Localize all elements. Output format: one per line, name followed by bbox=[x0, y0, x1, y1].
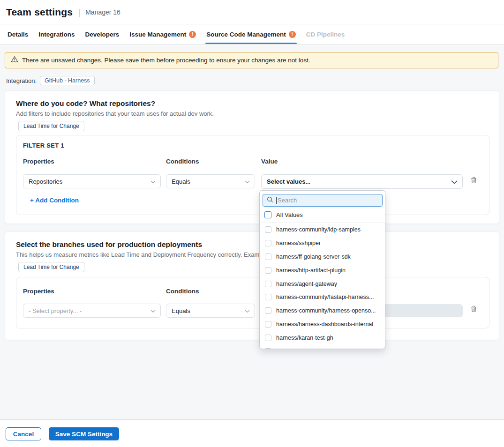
item-checkbox[interactable] bbox=[265, 267, 271, 274]
dropdown-item[interactable]: harness-community/harness-openso... bbox=[260, 304, 385, 318]
trash-icon bbox=[470, 305, 477, 314]
delete-condition-button[interactable] bbox=[469, 305, 478, 314]
lead-time-chip: Lead Time for Change bbox=[18, 262, 84, 272]
tab-source-code-management-label: Source Code Management bbox=[206, 31, 286, 38]
branches-card: Select the branches used for production … bbox=[5, 231, 499, 340]
lead-time-chip: Lead Time for Change bbox=[18, 121, 84, 131]
conditions-select-value: Equals bbox=[172, 178, 190, 185]
tab-cd-pipelines-label: CD Pipelines bbox=[306, 31, 345, 38]
all-values-row[interactable]: All Values bbox=[260, 207, 385, 223]
search-input[interactable] bbox=[278, 197, 378, 204]
tab-details[interactable]: Details bbox=[8, 24, 28, 44]
dropdown-item[interactable]: harness-community/fastapi-harness... bbox=[260, 291, 385, 304]
dropdown-item[interactable]: harness/ff-golang-server-sdk bbox=[260, 250, 385, 264]
tab-integrations[interactable]: Integrations bbox=[38, 24, 75, 44]
item-checkbox[interactable] bbox=[265, 281, 271, 287]
delete-condition-button[interactable] bbox=[469, 177, 478, 185]
branch-properties-placeholder: - Select property... - bbox=[29, 307, 82, 314]
tab-developers[interactable]: Developers bbox=[85, 24, 120, 44]
alert-badge-icon: ! bbox=[289, 31, 296, 38]
dropdown-search-box[interactable] bbox=[263, 194, 383, 207]
item-checkbox[interactable] bbox=[265, 321, 271, 328]
branch-filter-panel: Properties Conditions - Select property.… bbox=[16, 277, 489, 328]
chevron-down-icon bbox=[245, 306, 250, 315]
trash-icon bbox=[470, 176, 477, 186]
banner-text: There are unsaved changes. Please save t… bbox=[22, 57, 310, 64]
repositories-card: Where do you code? What repositories? Ad… bbox=[5, 90, 499, 224]
all-values-label: All Values bbox=[276, 211, 303, 218]
chevron-down-icon bbox=[245, 177, 250, 186]
footer-bar: Cancel Save SCM Settings bbox=[0, 420, 504, 447]
tab-developers-label: Developers bbox=[85, 31, 120, 38]
item-checkbox[interactable] bbox=[265, 226, 271, 233]
branch-conditions-value: Equals bbox=[172, 307, 190, 314]
item-label: harness-community/harness-openso... bbox=[276, 307, 376, 314]
cancel-button[interactable]: Cancel bbox=[6, 427, 41, 440]
add-condition-button[interactable]: + Add Condition bbox=[30, 197, 79, 204]
save-scm-settings-button[interactable]: Save SCM Settings bbox=[49, 427, 119, 440]
text-cursor bbox=[276, 197, 277, 204]
item-label: harness/… bbox=[276, 348, 304, 349]
dropdown-item[interactable]: harness/http-artifact-plugin bbox=[260, 263, 385, 277]
branches-card-title: Select the branches used for production … bbox=[16, 240, 202, 249]
title-separator: | bbox=[78, 7, 81, 17]
unsaved-changes-banner: There are unsaved changes. Please save t… bbox=[5, 52, 498, 68]
item-checkbox[interactable] bbox=[265, 253, 271, 260]
item-label: harness/harness-dashboards-internal bbox=[276, 321, 373, 328]
dropdown-item[interactable]: harness-community/idp-samples bbox=[260, 223, 385, 237]
properties-column-label: Properties bbox=[23, 158, 54, 165]
chevron-down-icon bbox=[150, 306, 156, 315]
dropdown-item[interactable]: harness/agent-gateway bbox=[260, 277, 385, 291]
item-checkbox[interactable] bbox=[265, 307, 271, 314]
item-checkbox[interactable] bbox=[265, 335, 271, 341]
item-label: harness-community/fastapi-harness... bbox=[276, 294, 374, 300]
tab-source-code-management[interactable]: Source Code Management ! bbox=[206, 24, 296, 44]
tab-issue-management[interactable]: Issue Management ! bbox=[129, 24, 196, 44]
page-title: Team settings bbox=[6, 7, 73, 18]
item-label: harness/agent-gateway bbox=[276, 281, 337, 287]
integration-chip: GitHub - Harness bbox=[40, 76, 95, 85]
alert-badge-icon: ! bbox=[189, 31, 196, 38]
filter-set-title: FILTER SET 1 bbox=[23, 142, 64, 149]
search-icon bbox=[267, 196, 273, 205]
integration-label: Integration: bbox=[6, 77, 37, 84]
dropdown-item[interactable]: harness/harness-dashboards-internal bbox=[260, 318, 385, 331]
dropdown-item[interactable]: harness/sshpiper bbox=[260, 237, 385, 250]
tab-bar: Details Integrations Developers Issue Ma… bbox=[0, 24, 504, 45]
all-values-checkbox[interactable] bbox=[264, 211, 271, 218]
item-label: harness/karan-test-gh bbox=[276, 335, 333, 341]
item-checkbox[interactable] bbox=[265, 348, 271, 349]
page-subtitle: Manager 16 bbox=[85, 8, 120, 16]
item-label: harness/http-artifact-plugin bbox=[276, 267, 346, 274]
tab-details-label: Details bbox=[8, 31, 28, 38]
branch-conditions-select[interactable]: Equals bbox=[166, 304, 255, 318]
repositories-card-subtitle: Add filters to include repositories that… bbox=[16, 110, 214, 117]
conditions-column-label: Conditions bbox=[166, 158, 199, 165]
item-checkbox[interactable] bbox=[265, 294, 271, 300]
dropdown-item[interactable]: harness/karan-test-gh bbox=[260, 331, 385, 344]
filter-set-panel: FILTER SET 1 Properties Conditions Value… bbox=[16, 135, 489, 215]
tab-integrations-label: Integrations bbox=[38, 31, 75, 38]
tab-cd-pipelines: CD Pipelines bbox=[306, 24, 345, 44]
item-label: harness-community/idp-samples bbox=[276, 226, 361, 233]
chevron-down-icon bbox=[150, 177, 156, 186]
branches-card-subtitle: This helps us measure metrics like Lead … bbox=[16, 251, 276, 258]
team-settings-page: Team settings | Manager 16 Details Integ… bbox=[0, 0, 504, 447]
page-header: Team settings | Manager 16 bbox=[0, 0, 504, 24]
dropdown-item-clipped[interactable]: harness/… bbox=[260, 344, 385, 349]
values-select[interactable]: Select values... bbox=[261, 174, 463, 189]
values-dropdown: All Values harness-community/idp-samples… bbox=[259, 190, 385, 349]
properties-column-label: Properties bbox=[23, 288, 54, 295]
conditions-column-label: Conditions bbox=[166, 288, 199, 295]
chevron-down-icon bbox=[451, 178, 458, 186]
branch-properties-select[interactable]: - Select property... - bbox=[23, 304, 161, 318]
conditions-select[interactable]: Equals bbox=[166, 174, 255, 188]
integration-row: Integration: GitHub - Harness bbox=[6, 76, 95, 85]
values-select-placeholder: Select values... bbox=[267, 178, 310, 185]
item-label: harness/sshpiper bbox=[276, 240, 321, 246]
dropdown-item-list: harness-community/idp-samples harness/ss… bbox=[260, 223, 385, 349]
properties-select[interactable]: Repositories bbox=[23, 174, 161, 188]
value-column-label: Value bbox=[261, 158, 278, 165]
repositories-card-title: Where do you code? What repositories? bbox=[16, 99, 155, 108]
item-checkbox[interactable] bbox=[265, 240, 271, 246]
